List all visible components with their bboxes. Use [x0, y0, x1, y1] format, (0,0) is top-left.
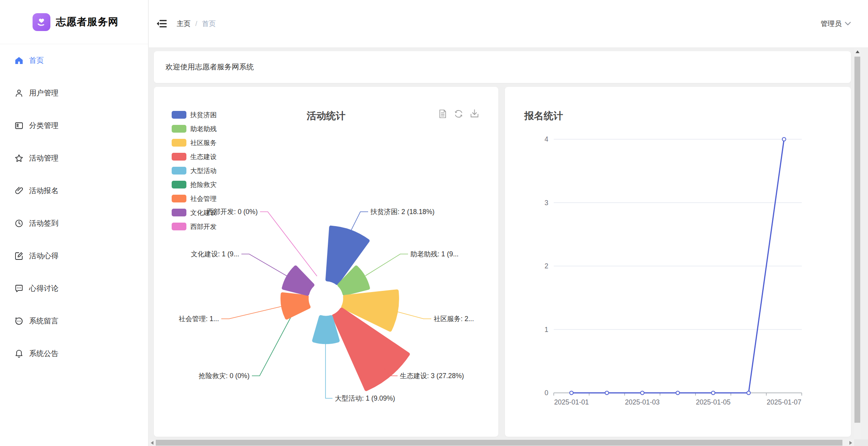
legend-item[interactable]: 大型活动: [172, 164, 217, 178]
sidebar-item-10[interactable]: 系统公告: [0, 337, 148, 370]
pie-slice-label: 文化建设: 1 (9...: [191, 250, 239, 258]
sidebar-item-5[interactable]: 活动报名: [0, 175, 148, 207]
hand-heart-logo-icon: [33, 13, 50, 31]
data-point[interactable]: [641, 391, 644, 395]
legend-swatch-icon: [172, 125, 186, 133]
legend-item[interactable]: 西部开发: [172, 220, 217, 233]
admin-name: 管理员: [821, 19, 842, 28]
x-axis-tick-label: 2025-01-05: [696, 398, 731, 406]
y-axis-tick-label: 4: [544, 135, 548, 143]
data-point[interactable]: [605, 391, 609, 395]
y-axis-tick-label: 2: [544, 262, 548, 270]
activity-stats-card: 扶贫济困: 2 (18.18%)助老助残: 1 (9...社区服务: 2...生…: [154, 87, 498, 437]
collapse-menu-icon[interactable]: [156, 18, 167, 29]
top-bar: 主页 / 首页 管理员: [149, 0, 868, 47]
breadcrumb-current: 首页: [202, 19, 216, 28]
sidebar-item-label: 系统公告: [29, 349, 59, 359]
pie-slice-label: 扶贫济困: 2 (18.18%): [370, 208, 434, 216]
legend-label: 社区服务: [190, 138, 217, 147]
horizontal-scrollbar[interactable]: [149, 439, 854, 446]
sidebar-item-label: 活动报名: [29, 186, 59, 196]
legend-item[interactable]: 社区服务: [172, 136, 217, 150]
legend-swatch-icon: [172, 223, 186, 230]
sidebar-item-7[interactable]: 活动心得: [0, 240, 148, 272]
scroll-up-arrow[interactable]: [856, 50, 859, 53]
pie-label-line: [398, 312, 431, 319]
pie-label-line: [221, 306, 282, 319]
legend-label: 生态建设: [190, 152, 217, 161]
user-icon: [14, 88, 24, 98]
edit-icon: [14, 251, 24, 261]
sidebar-item-1[interactable]: 首页: [0, 44, 148, 77]
bell-icon: [14, 349, 24, 358]
sidebar-item-2[interactable]: 用户管理: [0, 77, 148, 109]
legend-label: 社会管理: [190, 194, 217, 203]
sidebar-item-label: 系统留言: [29, 316, 59, 326]
sidebar-item-label: 首页: [29, 55, 44, 66]
app-logo: 志愿者服务网: [0, 0, 148, 44]
data-point[interactable]: [747, 391, 750, 395]
legend-item[interactable]: 扶贫济困: [172, 108, 217, 122]
pie-slice-社会管理[interactable]: [282, 294, 309, 318]
legend-item[interactable]: 文化建设: [172, 206, 217, 220]
breadcrumb-separator: /: [195, 20, 197, 28]
legend-swatch-icon: [172, 139, 186, 147]
sidebar-item-label: 用户管理: [29, 88, 59, 98]
scroll-right-arrow[interactable]: [849, 441, 852, 445]
sidebar-item-8[interactable]: 心得讨论: [0, 272, 148, 305]
save-image-download-icon[interactable]: [469, 109, 480, 119]
sidebar: 志愿者服务网 首页用户管理分类管理活动管理活动报名活动签到活动心得心得讨论系统留…: [0, 0, 148, 446]
legend-swatch-icon: [172, 181, 186, 188]
clock-icon: [14, 219, 24, 228]
pie-label-line: [365, 254, 408, 276]
data-point[interactable]: [676, 391, 680, 395]
sidebar-item-3[interactable]: 分类管理: [0, 109, 148, 142]
paperclip-icon: [14, 186, 24, 195]
pie-label-line: [252, 310, 294, 376]
legend-swatch-icon: [172, 111, 186, 119]
legend-item[interactable]: 社会管理: [172, 192, 217, 206]
pie-slice-label: 助老助残: 1 (9...: [410, 250, 458, 258]
data-point[interactable]: [711, 391, 715, 395]
sidebar-item-label: 活动心得: [29, 251, 59, 261]
pie-slice-label: 大型活动: 1 (9.09%): [335, 394, 395, 402]
sidebar-item-6[interactable]: 活动签到: [0, 207, 148, 240]
breadcrumb-home[interactable]: 主页: [177, 19, 191, 28]
registration-stats-card: 012342025-01-012025-01-032025-01-052025-…: [505, 87, 851, 437]
legend-item[interactable]: 助老助残: [172, 122, 217, 136]
vertical-scrollbar-thumb[interactable]: [854, 57, 860, 423]
sidebar-item-4[interactable]: 活动管理: [0, 142, 148, 175]
pie-slice-文化建设[interactable]: [284, 267, 313, 294]
home-icon: [14, 56, 24, 65]
legend-item[interactable]: 抢险救灾: [172, 178, 217, 192]
pie-slice-label: 社会管理: 1...: [179, 315, 219, 323]
horizontal-scrollbar-thumb[interactable]: [156, 440, 842, 446]
scroll-left-arrow[interactable]: [151, 441, 153, 445]
pie-label-line: [260, 212, 317, 276]
sidebar-item-9[interactable]: 系统留言: [0, 305, 148, 337]
restore-icon[interactable]: [453, 109, 464, 119]
category-card-icon: [14, 121, 24, 130]
x-axis-tick-label: 2025-01-01: [554, 398, 589, 406]
sidebar-item-label: 心得讨论: [29, 284, 59, 294]
registration-line-chart: 012342025-01-012025-01-032025-01-052025-…: [505, 87, 851, 437]
data-point[interactable]: [782, 138, 786, 141]
vertical-scrollbar[interactable]: [854, 47, 861, 446]
data-view-icon[interactable]: [437, 109, 448, 119]
sidebar-item-label: 活动签到: [29, 218, 59, 228]
legend-label: 文化建设: [190, 208, 217, 217]
admin-dropdown[interactable]: 管理员: [821, 0, 851, 47]
chat-round-icon: [14, 316, 24, 326]
x-axis-tick-label: 2025-01-03: [625, 398, 660, 406]
scrollbar-corner: [854, 439, 868, 446]
pie-slice-label: 抢险救灾: 0 (0%): [198, 372, 250, 380]
legend-label: 扶贫济困: [190, 111, 217, 119]
legend-item[interactable]: 生态建设: [172, 150, 217, 164]
sidebar-nav: 首页用户管理分类管理活动管理活动报名活动签到活动心得心得讨论系统留言系统公告: [0, 44, 148, 370]
legend-label: 抢险救灾: [190, 180, 217, 189]
chat-square-icon: [14, 284, 24, 293]
sidebar-item-label: 分类管理: [29, 121, 59, 131]
app-title: 志愿者服务网: [56, 15, 119, 29]
data-point[interactable]: [570, 391, 573, 395]
y-axis-tick-label: 3: [544, 199, 548, 207]
